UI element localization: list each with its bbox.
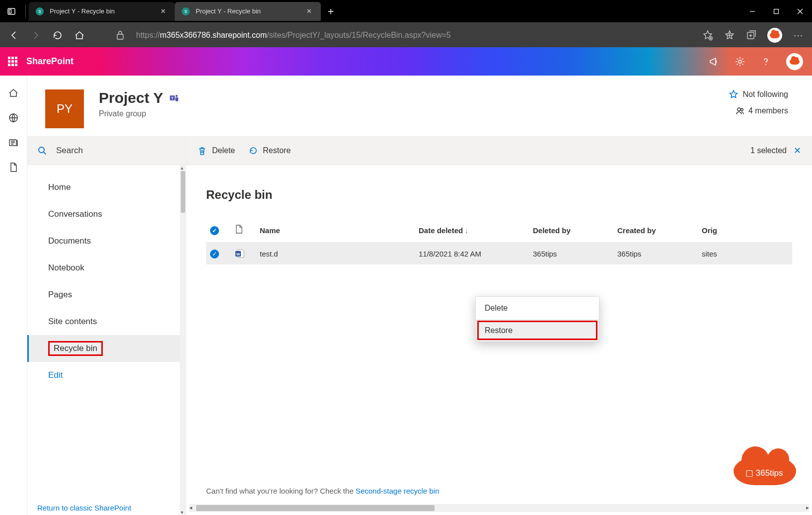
check-all-icon: ✓ [210, 226, 219, 235]
tab-title: Project Y - Recycle bin [196, 7, 300, 15]
footer-note: Can't find what you're looking for? Chec… [206, 487, 439, 495]
nav-scrollbar[interactable]: ▴▾ [180, 165, 186, 515]
col-created-by[interactable]: Created by [613, 219, 698, 243]
second-stage-link[interactable]: Second-stage recycle bin [356, 487, 439, 495]
window-maximize-button[interactable] [764, 0, 788, 22]
follow-label: Not following [742, 90, 788, 99]
app-body: PY Project Y T Private group Not followi… [0, 76, 812, 515]
ctx-delete[interactable]: Delete [476, 297, 599, 319]
rail-globe-icon[interactable] [8, 112, 19, 123]
members-label: 4 members [748, 106, 788, 115]
delete-icon [197, 146, 207, 156]
rail-news-icon[interactable] [8, 137, 19, 148]
app-launcher-button[interactable] [8, 57, 17, 66]
favorites-button[interactable] [724, 29, 736, 41]
user-avatar-button[interactable] [786, 53, 803, 70]
add-favorite-button[interactable] [702, 29, 714, 41]
col-select[interactable]: ✓ [206, 219, 231, 243]
nav-back-button[interactable] [8, 29, 20, 41]
restore-button[interactable]: Restore [248, 146, 291, 156]
delete-button[interactable]: Delete [197, 146, 235, 156]
rail-home-icon[interactable] [8, 87, 19, 98]
new-tab-button[interactable]: ＋ [321, 0, 341, 22]
col-original[interactable]: Orig [698, 219, 792, 243]
site-subtitle: Private group [99, 109, 179, 118]
rail-files-icon[interactable] [8, 162, 18, 173]
search-box[interactable]: Search [27, 137, 186, 165]
workspace: HomeConversationsDocumentsNotebookPagesS… [27, 165, 812, 515]
nav-item-edit[interactable]: Edit [27, 362, 186, 389]
browser-profile-button[interactable] [767, 28, 782, 43]
nav-item-pages[interactable]: Pages [27, 281, 186, 308]
left-rail [0, 76, 27, 515]
members-button[interactable]: 4 members [729, 106, 788, 115]
svg-rect-6 [117, 34, 123, 39]
table-row[interactable]: ✓ W test.d 11/8/2021 8:42 AM 365tips 365… [206, 243, 792, 265]
browser-address-bar: https://m365x366786.sharepoint.com/sites… [0, 22, 812, 47]
site-logo-tile[interactable]: PY [45, 89, 84, 128]
tab-title: Project Y - Recycle bin [50, 7, 154, 15]
nav-item-notebook[interactable]: Notebook [27, 255, 186, 281]
selection-count: 1 selected [750, 146, 787, 155]
nav-item-documents[interactable]: Documents [27, 228, 186, 255]
cell-created-by: 365tips [613, 243, 698, 265]
collections-button[interactable] [745, 29, 757, 41]
restore-icon [248, 146, 258, 156]
col-type[interactable] [231, 219, 256, 243]
svg-point-17 [741, 108, 743, 110]
col-date-deleted[interactable]: Date deleted↓ [415, 219, 529, 243]
window-minimize-button[interactable] [740, 0, 764, 22]
watermark-badge: ▢ 365tips [734, 445, 796, 485]
tab-overview-button[interactable] [0, 0, 22, 22]
nav-refresh-button[interactable] [52, 29, 64, 41]
list-area: Recycle bin ✓ Name Date deleted↓ Deleted… [186, 165, 812, 515]
site-nav: HomeConversationsDocumentsNotebookPagesS… [27, 165, 186, 515]
ctx-restore[interactable]: Restore [476, 319, 599, 342]
browser-tab-1[interactable]: s Project Y - Recycle bin ✕ [175, 2, 321, 21]
context-menu: DeleteRestore [475, 296, 599, 342]
search-placeholder: Search [56, 146, 83, 156]
megaphone-icon[interactable] [709, 56, 720, 67]
command-bar: Delete Restore 1 selected ✕ [186, 137, 812, 165]
clear-selection-button[interactable]: ✕ [794, 145, 801, 156]
sharepoint-favicon: s [182, 7, 190, 15]
nav-forward-button[interactable] [30, 29, 42, 41]
site-header: PY Project Y T Private group Not followi… [27, 76, 812, 136]
nav-item-recycle-bin[interactable]: Recycle bin [27, 335, 186, 362]
browser-tab-0[interactable]: s Project Y - Recycle bin ✕ [29, 2, 175, 21]
svg-point-15 [175, 95, 177, 97]
cell-date: 11/8/2021 8:42 AM [415, 243, 529, 265]
row-check-icon[interactable]: ✓ [210, 250, 219, 258]
nav-item-site-contents[interactable]: Site contents [27, 308, 186, 335]
svg-point-9 [738, 60, 741, 63]
site-title[interactable]: Project Y [99, 89, 163, 106]
nav-home-button[interactable] [74, 29, 85, 41]
cell-original: sites [698, 243, 792, 265]
sharepoint-favicon: s [36, 7, 44, 15]
cell-name: test.d [256, 243, 415, 265]
teams-icon[interactable]: T [169, 93, 179, 103]
browser-menu-button[interactable]: ⋯ [792, 29, 804, 41]
nav-item-home[interactable]: Home [27, 174, 186, 201]
help-icon[interactable] [760, 56, 771, 67]
sort-desc-icon: ↓ [465, 227, 468, 235]
settings-gear-icon[interactable] [735, 56, 745, 67]
window-close-button[interactable] [788, 0, 812, 22]
site-info-lock-icon[interactable] [114, 29, 126, 41]
svg-point-18 [39, 147, 44, 153]
svg-rect-1 [9, 9, 11, 13]
address-url[interactable]: https://m365x366786.sharepoint.com/sites… [136, 31, 692, 40]
follow-toggle[interactable]: Not following [729, 89, 788, 99]
svg-rect-3 [774, 9, 779, 13]
close-tab-icon[interactable]: ✕ [306, 7, 312, 15]
suite-brand[interactable]: SharePoint [26, 56, 74, 67]
return-classic-link[interactable]: Return to classic SharePoint [37, 504, 131, 512]
horizontal-scrollbar[interactable]: ◂▸ [189, 504, 809, 512]
command-zone: Search Delete Restore 1 selected ✕ [27, 136, 812, 165]
close-tab-icon[interactable]: ✕ [160, 7, 166, 15]
col-name[interactable]: Name [256, 219, 415, 243]
nav-item-conversations[interactable]: Conversations [27, 201, 186, 228]
col-deleted-by[interactable]: Deleted by [529, 219, 613, 243]
content-column: PY Project Y T Private group Not followi… [27, 76, 812, 515]
cloud-icon [770, 32, 780, 38]
